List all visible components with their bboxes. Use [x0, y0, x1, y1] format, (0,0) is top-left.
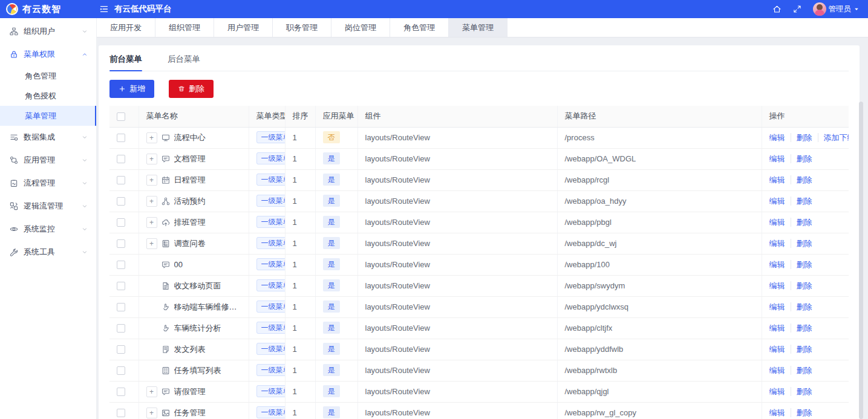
expand-button[interactable]: + [146, 132, 157, 143]
action-link-删除[interactable]: 删除 [791, 366, 818, 375]
action-link-编辑[interactable]: 编辑 [769, 281, 791, 290]
action-link-编辑[interactable]: 编辑 [769, 345, 791, 354]
sidebar-subitem-菜单管理[interactable]: 菜单管理 [0, 106, 96, 126]
row-checkbox[interactable] [117, 366, 125, 375]
comment-icon [162, 388, 170, 396]
action-link-删除[interactable]: 删除 [791, 323, 818, 333]
action-link-编辑[interactable]: 编辑 [769, 366, 791, 375]
sidebar-item-逻辑流管理[interactable]: 逻辑流管理 [0, 195, 96, 218]
row-checkbox[interactable] [117, 197, 125, 206]
action-link-删除[interactable]: 删除 [791, 260, 818, 269]
action-link-编辑[interactable]: 编辑 [769, 133, 791, 142]
action-link-删除[interactable]: 删除 [791, 408, 818, 417]
app-menu-cell: 是 [315, 190, 357, 212]
action-link-删除[interactable]: 删除 [791, 281, 818, 290]
row-checkbox[interactable] [117, 155, 125, 163]
nav-tab-用户管理[interactable]: 用户管理 [214, 18, 273, 37]
menu-type-cell: 一级菜单 [249, 212, 285, 233]
action-link-删除[interactable]: 删除 [791, 197, 818, 206]
app-manage-icon [10, 156, 18, 164]
action-link-删除[interactable]: 删除 [791, 239, 818, 248]
table-header-row: 菜单名称菜单类型排序应用菜单组件菜单路径操作 [109, 106, 849, 127]
action-link-删除[interactable]: 删除 [791, 218, 818, 227]
row-checkbox[interactable] [117, 282, 125, 290]
action-link-删除[interactable]: 删除 [791, 387, 818, 396]
avatar[interactable] [813, 2, 826, 16]
collapse-menu-icon[interactable] [99, 4, 109, 14]
select-all-checkbox[interactable] [117, 112, 125, 121]
action-link-编辑[interactable]: 编辑 [769, 323, 791, 333]
nav-tab-岗位管理[interactable]: 岗位管理 [331, 18, 390, 37]
nav-tab-职务管理[interactable]: 职务管理 [273, 18, 331, 37]
action-link-编辑[interactable]: 编辑 [769, 154, 791, 163]
app-menu-cell: 是 [315, 275, 357, 296]
expand-button[interactable]: + [146, 175, 157, 186]
sidebar-item-组织用户[interactable]: 组织用户 [0, 20, 96, 43]
row-checkbox[interactable] [117, 345, 125, 354]
table-row: +日程管理一级菜单1是layouts/RouteView/webapp/rcgl… [109, 169, 849, 190]
action-link-编辑[interactable]: 编辑 [769, 408, 791, 417]
expand-button[interactable]: + [146, 238, 157, 249]
expand-button[interactable]: + [146, 386, 157, 397]
nav-tab-角色管理[interactable]: 角色管理 [390, 18, 449, 37]
action-link-添加下级[interactable]: 添加下级 [818, 133, 849, 142]
action-link-编辑[interactable]: 编辑 [769, 387, 791, 396]
menu-type-badge: 一级菜单 [256, 174, 286, 186]
action-link-编辑[interactable]: 编辑 [769, 260, 791, 269]
nav-tab-菜单管理[interactable]: 菜单管理 [449, 18, 507, 37]
expand-button[interactable]: + [146, 408, 157, 418]
action-link-删除[interactable]: 删除 [791, 302, 818, 311]
page-tab-后台菜单[interactable]: 后台菜单 [168, 54, 200, 71]
home-icon[interactable] [772, 5, 782, 14]
add-button[interactable]: 新增 [109, 80, 154, 98]
expand-button[interactable]: + [146, 154, 157, 164]
menu-name: 车辆统计分析 [146, 323, 241, 334]
sidebar-item-流程管理[interactable]: 流程管理 [0, 172, 96, 195]
row-checkbox[interactable] [117, 239, 125, 248]
row-checkbox[interactable] [117, 388, 125, 396]
action-link-删除[interactable]: 删除 [791, 345, 818, 354]
user-menu[interactable]: 管理员 [813, 2, 860, 16]
table-row: +文档管理一级菜单1是layouts/RouteView/webapp/OA_W… [109, 148, 849, 169]
expand-button[interactable]: + [146, 196, 157, 207]
component-cell: layouts/RouteView [357, 339, 557, 360]
row-checkbox[interactable] [117, 176, 125, 184]
menu-name-cell: 00 [139, 254, 249, 275]
row-checkbox-cell [109, 127, 139, 148]
action-link-编辑[interactable]: 编辑 [769, 197, 791, 206]
table-scrollbar[interactable] [859, 102, 863, 419]
fullscreen-icon[interactable] [793, 5, 801, 13]
row-checkbox[interactable] [117, 134, 125, 142]
menu-name-label: 流程中心 [174, 132, 206, 143]
expand-button[interactable]: + [146, 217, 157, 228]
row-checkbox[interactable] [117, 324, 125, 333]
action-link-编辑[interactable]: 编辑 [769, 239, 791, 248]
row-checkbox[interactable] [117, 218, 125, 227]
delete-button[interactable]: 删除 [169, 80, 214, 98]
action-link-删除[interactable]: 删除 [791, 133, 818, 142]
sidebar-item-菜单权限[interactable]: 菜单权限 [0, 43, 96, 66]
action-link-删除[interactable]: 删除 [791, 154, 818, 163]
action-link-编辑[interactable]: 编辑 [769, 218, 791, 227]
sidebar-item-系统监控[interactable]: 系统监控 [0, 218, 96, 241]
sidebar-item-数据集成[interactable]: 数据集成 [0, 126, 96, 149]
row-checkbox[interactable] [117, 409, 125, 417]
action-link-删除[interactable]: 删除 [791, 175, 818, 184]
nav-tab-应用开发[interactable]: 应用开发 [97, 18, 155, 37]
sidebar-item-应用管理[interactable]: 应用管理 [0, 149, 96, 172]
sidebar-subitem-角色授权[interactable]: 角色授权 [0, 86, 96, 106]
page-tab-前台菜单[interactable]: 前台菜单 [109, 54, 142, 71]
app-menu-cell: 是 [315, 317, 357, 339]
chevron-down-icon [82, 249, 88, 255]
actions-cell: 编辑删除 [762, 339, 849, 360]
action-link-编辑[interactable]: 编辑 [769, 302, 791, 311]
sidebar-item-系统工具[interactable]: 系统工具 [0, 241, 96, 264]
row-checkbox[interactable] [117, 303, 125, 311]
menu-name-label: 请假管理 [174, 386, 206, 397]
row-checkbox[interactable] [117, 261, 125, 269]
app-menu-cell: 是 [315, 360, 357, 381]
component-cell: layouts/RouteView [357, 275, 557, 296]
nav-tab-组织管理[interactable]: 组织管理 [155, 18, 214, 37]
action-link-编辑[interactable]: 编辑 [769, 175, 791, 184]
sidebar-subitem-角色管理[interactable]: 角色管理 [0, 66, 96, 86]
